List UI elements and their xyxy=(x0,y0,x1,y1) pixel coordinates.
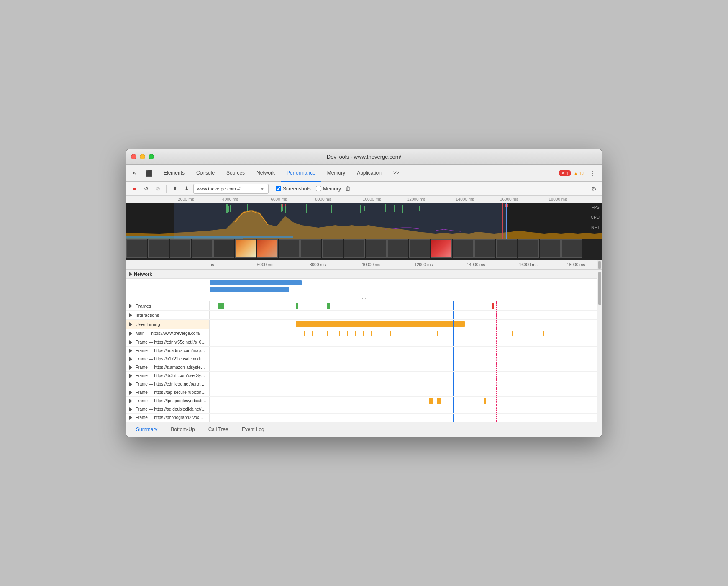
screenshots-checkbox[interactable] xyxy=(276,186,281,191)
error-count-badge[interactable]: ✕ 1 xyxy=(559,170,571,176)
tab-sources[interactable]: Sources xyxy=(220,165,251,182)
frame-row-2[interactable]: Frame — https://a1721.casalemedia.com/if… xyxy=(126,355,602,363)
interactions-label: Interactions xyxy=(126,311,210,319)
tab-memory[interactable]: Memory xyxy=(321,165,351,182)
main-row[interactable]: Main — https://www.theverge.com/ xyxy=(126,329,602,338)
tab-elements[interactable]: Elements xyxy=(158,165,190,182)
more-options-button[interactable]: ⋮ xyxy=(587,167,599,179)
frame-label-4: Frame — https://ib.3lift.com/userSync.ht… xyxy=(126,372,210,380)
tab-network[interactable]: Network xyxy=(251,165,281,182)
frame-4-arrow xyxy=(129,374,132,378)
frame-1-content xyxy=(210,347,602,355)
devtools-window: DevTools - www.theverge.com/ ↖ ⬛ Element… xyxy=(126,149,602,437)
vertical-scrollbar[interactable] xyxy=(597,270,602,422)
tab-more[interactable]: >> xyxy=(387,165,405,182)
network-expand-arrow xyxy=(129,272,132,276)
main-bar-5 xyxy=(339,331,340,336)
cursor-line-main xyxy=(453,329,454,338)
frame-row-9[interactable]: Frame — https://phonograph2.voxmedia.com… xyxy=(126,414,602,422)
frame-label-5: Frame — https://cdn.krxd.net/partnerjs/x… xyxy=(126,380,210,388)
tab-event-log[interactable]: Event Log xyxy=(235,422,271,437)
frame-marker-4 xyxy=(327,303,330,309)
flame-chart[interactable]: Network ··· Frames xyxy=(126,270,602,422)
tab-console[interactable]: Console xyxy=(190,165,220,182)
url-text: www.theverge.com #1 xyxy=(197,186,258,191)
main-bar-14 xyxy=(543,331,544,336)
frame-row-6[interactable]: Frame — https://tap-secure.rubiconprojec… xyxy=(126,388,602,397)
screenshot-thumb-18 xyxy=(496,239,517,258)
frame-row-7[interactable]: Frame — https://tpc.googlesyndication.co… xyxy=(126,397,602,405)
main-bar-7 xyxy=(355,331,356,336)
ruler-mark-14000: 14000 ms xyxy=(456,197,474,202)
selection-range xyxy=(174,203,507,239)
scrollbar-thumb[interactable] xyxy=(598,261,601,269)
ruler2-12000: 12000 ms xyxy=(414,262,433,267)
interactions-arrow xyxy=(129,313,132,317)
screenshots-label: Screenshots xyxy=(283,186,311,192)
main-bar-10 xyxy=(390,331,391,336)
delete-button[interactable]: 🗑 xyxy=(343,184,353,194)
frame-row-5[interactable]: Frame — https://cdn.krxd.net/partnerjs/x… xyxy=(126,380,602,388)
main-bar-2 xyxy=(312,331,313,336)
net-bar-1 xyxy=(210,280,302,285)
ruler-mark-4000: 4000 ms xyxy=(222,197,238,202)
interactions-row[interactable]: Interactions xyxy=(126,311,602,320)
controls-bar: ● ↺ ⊘ ⬆ ⬇ www.theverge.com #1 ▼ Screensh… xyxy=(126,182,602,196)
cursor-tool-button[interactable]: ↖ xyxy=(129,167,141,179)
user-timing-row[interactable]: User Timing xyxy=(126,320,602,329)
maximize-button[interactable] xyxy=(149,154,154,159)
frames-row[interactable]: Frames xyxy=(126,301,602,311)
dock-button[interactable]: ⬛ xyxy=(143,167,154,179)
network-bars xyxy=(126,279,602,295)
pink-line-main xyxy=(496,329,497,338)
memory-checkbox[interactable] xyxy=(316,186,321,191)
download-button[interactable]: ⬇ xyxy=(182,184,192,194)
stop-button[interactable]: ⊘ xyxy=(153,184,163,194)
settings-button[interactable]: ⚙ xyxy=(589,184,599,194)
timeline-ruler-zoomed: ns 6000 ms 8000 ms 10000 ms 12000 ms 140… xyxy=(126,260,602,270)
screenshots-checkbox-label[interactable]: Screenshots xyxy=(276,186,311,192)
tab-summary[interactable]: Summary xyxy=(129,422,164,437)
warning-count-badge[interactable]: ▲ 13 xyxy=(574,171,584,176)
error-count: 1 xyxy=(566,171,569,176)
ruler2-14000: 14000 ms xyxy=(467,262,485,267)
ruler-mark-16000: 16000 ms xyxy=(500,197,518,202)
frame-row-3[interactable]: Frame — https://s.amazon-adsystem.com/ec… xyxy=(126,363,602,372)
cursor-line-net xyxy=(505,279,506,295)
record-button[interactable]: ● xyxy=(129,184,139,194)
scrollbar-thumb-v[interactable] xyxy=(598,272,601,305)
tab-bottom-up[interactable]: Bottom-Up xyxy=(164,422,201,437)
tab-call-tree[interactable]: Call Tree xyxy=(202,422,235,437)
frame-2-content xyxy=(210,355,602,363)
frame-row-1[interactable]: Frame — https://m.adnxs.com/mapuid?membe… xyxy=(126,347,602,355)
close-button[interactable] xyxy=(131,154,136,159)
main-bar-9 xyxy=(371,331,372,336)
horizontal-scrollbar[interactable] xyxy=(597,260,602,269)
frame-row-0[interactable]: Frame — https://cdn.w55c.net/i/s_0RB7U9m… xyxy=(126,338,602,347)
memory-checkbox-label[interactable]: Memory xyxy=(316,186,341,192)
tab-bar: Elements Console Sources Network Perform… xyxy=(158,165,405,181)
cpu-label: CPU xyxy=(591,215,600,220)
separator2 xyxy=(272,185,272,193)
reload-button[interactable]: ↺ xyxy=(141,184,151,194)
screenshot-thumb-7 xyxy=(257,239,278,258)
frame-row-4[interactable]: Frame — https://ib.3lift.com/userSync.ht… xyxy=(126,372,602,380)
net-label: NET xyxy=(591,225,600,230)
timeline-overview: 2000 ms 4000 ms 6000 ms 8000 ms 10000 ms… xyxy=(126,196,602,260)
screenshot-thumb-5 xyxy=(213,239,234,258)
pink-line-frames xyxy=(496,301,497,310)
frame-6-arrow xyxy=(129,391,132,395)
url-selector[interactable]: www.theverge.com #1 ▼ xyxy=(193,184,269,194)
minimize-button[interactable] xyxy=(140,154,145,159)
ruler-mark-8000: 8000 ms xyxy=(315,197,331,202)
tab-application[interactable]: Application xyxy=(351,165,387,182)
ruler2-16000: 16000 ms xyxy=(519,262,538,267)
screenshots-strip xyxy=(126,239,602,260)
ruler-mark-12000: 12000 ms xyxy=(407,197,426,202)
tab-performance[interactable]: Performance xyxy=(281,165,321,182)
network-section-header[interactable]: Network xyxy=(126,270,602,279)
frame-row-8[interactable]: Frame — https://ad.doubleclick.net/ddm/a… xyxy=(126,405,602,414)
frame-5-content xyxy=(210,380,602,388)
frame-6-content xyxy=(210,388,602,396)
upload-button[interactable]: ⬆ xyxy=(170,184,180,194)
